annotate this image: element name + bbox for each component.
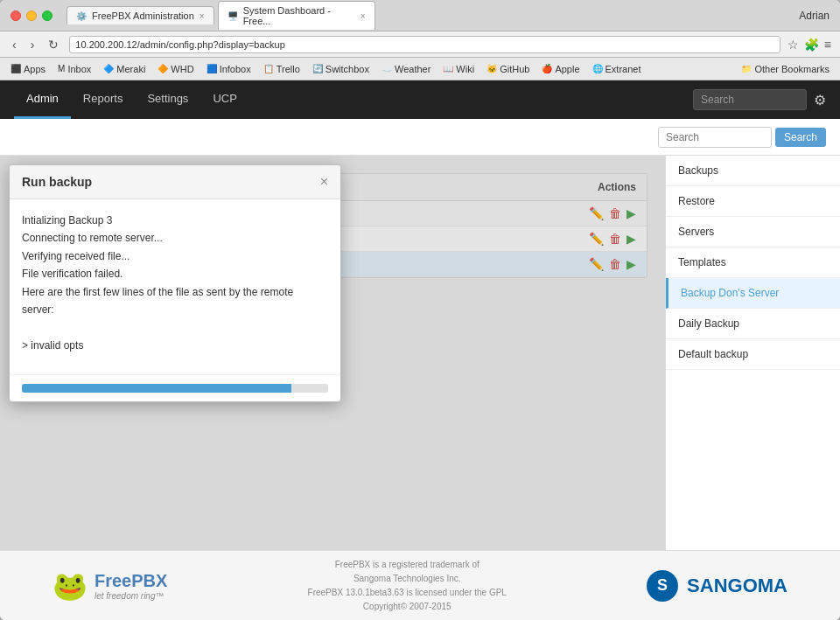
back-button[interactable]: ‹ xyxy=(9,36,20,53)
user-display: Adrian xyxy=(799,10,830,22)
sidebar-item-templates[interactable]: Templates xyxy=(666,247,840,278)
main-panel: Actions ✏️ 🗑 ▶ ✏️ 🗑 xyxy=(0,156,665,550)
bookmark-apple-label: Apple xyxy=(555,64,579,74)
sidebar-item-servers[interactable]: Servers xyxy=(666,217,840,247)
reload-button[interactable]: ↻ xyxy=(45,36,62,53)
bookmark-apple[interactable]: 🍎 Apple xyxy=(538,62,583,76)
copyright-line-3: FreePBX 13.0.1beta3.63 is licensed under… xyxy=(308,586,507,600)
bookmark-wiki[interactable]: 📖 Wiki xyxy=(439,62,478,76)
modal-close-button[interactable]: × xyxy=(320,174,328,190)
submenu-search-input[interactable] xyxy=(658,127,772,148)
sidebar-item-dons-server[interactable]: Backup Don's Server xyxy=(666,278,840,309)
title-bar: ⚙️ FreePBX Administration × 🖥️ System Da… xyxy=(0,0,840,31)
apps-bm-icon: ⬛ xyxy=(10,64,21,73)
switchbox-bm-icon: 🔄 xyxy=(312,64,323,73)
log-line-4: File verification failed. xyxy=(22,265,328,282)
bookmark-github-label: GitHub xyxy=(500,64,529,74)
traffic-lights xyxy=(10,10,52,21)
bookmark-weather[interactable]: ☁️ Weather xyxy=(378,62,434,76)
sidebar-item-daily[interactable]: Daily Backup xyxy=(666,309,840,339)
tab-favicon-1: ⚙️ xyxy=(76,11,87,21)
bookmark-apps[interactable]: ⬛ Apps xyxy=(7,62,49,76)
browser-tab-2[interactable]: 🖥️ System Dashboard - Free... × xyxy=(218,1,375,30)
nav-settings-label: Settings xyxy=(147,92,188,105)
settings-gear-icon[interactable]: ⚙ xyxy=(814,92,826,108)
nav-reports-label: Reports xyxy=(83,92,123,105)
bookmark-github[interactable]: 🐱 GitHub xyxy=(483,62,533,76)
tab-label-2: System Dashboard - Free... xyxy=(243,5,355,26)
forward-button[interactable]: › xyxy=(27,36,38,53)
frog-icon: 🐸 xyxy=(52,569,88,603)
page-content: Admin Reports Settings UCP ⚙ Search xyxy=(0,80,840,620)
trello-bm-icon: 📋 xyxy=(263,64,274,73)
bookmark-extranet[interactable]: 🌐 Extranet xyxy=(589,62,645,76)
github-bm-icon: 🐱 xyxy=(486,64,497,73)
copyright-line-4: Copyright© 2007-2015 xyxy=(308,600,507,614)
bookmarks-bar: ⬛ Apps M Inbox 🔷 Meraki 🔶 WHD 🟦 Infobox … xyxy=(0,58,840,80)
bookmark-inbox[interactable]: M Inbox xyxy=(54,62,94,76)
log-line-6 xyxy=(22,318,328,336)
sangoma-circle-icon: S xyxy=(647,570,678,602)
bookmark-meraki[interactable]: 🔷 Meraki xyxy=(100,62,149,76)
submenu-search-button[interactable]: Search xyxy=(775,128,826,147)
freepbx-logo-text: FreePBX xyxy=(94,571,167,591)
tab-favicon-2: 🖥️ xyxy=(228,11,238,21)
bookmark-other-label: Other Bookmarks xyxy=(754,64,830,74)
freepbx-nav: Admin Reports Settings UCP ⚙ xyxy=(0,80,840,119)
content-area: Actions ✏️ 🗑 ▶ ✏️ 🗑 xyxy=(0,156,840,550)
menu-icon[interactable]: ≡ xyxy=(824,38,831,52)
log-line-7: > invalid opts xyxy=(22,337,328,354)
bookmark-switchbox[interactable]: 🔄 Switchbox xyxy=(309,62,373,76)
inbox-bm-icon: M xyxy=(58,64,65,73)
sidebar-item-restore[interactable]: Restore xyxy=(666,186,840,217)
bookmark-apps-label: Apps xyxy=(24,64,46,74)
minimize-button[interactable] xyxy=(26,10,37,21)
sidebar-item-backups[interactable]: Backups xyxy=(666,156,840,186)
browser-tab-1[interactable]: ⚙️ FreePBX Administration × xyxy=(66,6,214,24)
tab-label-1: FreePBX Administration xyxy=(92,10,194,21)
sangoma-logo-area: S SANGOMA xyxy=(647,570,788,602)
bookmark-trello[interactable]: 📋 Trello xyxy=(260,62,304,76)
bookmark-star-icon[interactable]: ☆ xyxy=(788,38,799,52)
nav-item-ucp[interactable]: UCP xyxy=(200,80,248,119)
modal-footer xyxy=(10,374,340,401)
tab-close-2[interactable]: × xyxy=(360,11,366,21)
bookmark-trello-label: Trello xyxy=(276,64,300,74)
wiki-bm-icon: 📖 xyxy=(443,64,453,73)
modal-title: Run backup xyxy=(22,175,92,189)
footer: 🐸 FreePBX let freedom ring™ FreePBX is a… xyxy=(0,550,840,620)
bookmark-whd[interactable]: 🔶 WHD xyxy=(154,62,197,76)
infobox-bm-icon: 🟦 xyxy=(206,64,217,73)
tabs-bar: ⚙️ FreePBX Administration × 🖥️ System Da… xyxy=(66,1,792,30)
nav-admin-label: Admin xyxy=(26,92,59,105)
bookmark-other[interactable]: 📁 Other Bookmarks xyxy=(738,62,833,76)
apple-bm-icon: 🍎 xyxy=(542,64,552,73)
bookmark-infobox-label: Infobox xyxy=(220,64,251,74)
maximize-button[interactable] xyxy=(42,10,52,21)
copyright-line-2: Sangoma Technologies Inc. xyxy=(308,572,507,586)
copyright-line-1: FreePBX is a registered trademark of xyxy=(308,558,507,572)
bookmark-whd-label: WHD xyxy=(171,64,193,74)
address-bar[interactable]: 10.200.200.12/admin/config.php?display=b… xyxy=(69,36,780,53)
bookmark-extranet-label: Extranet xyxy=(606,64,641,74)
bookmark-meraki-label: Meraki xyxy=(116,64,145,74)
freepbx-tagline: let freedom ring™ xyxy=(94,591,167,601)
log-line-5: Here are the first few lines of the file… xyxy=(22,283,328,319)
bookmark-infobox[interactable]: 🟦 Infobox xyxy=(203,62,255,76)
whd-bm-icon: 🔶 xyxy=(158,64,168,73)
freepbx-logo: 🐸 FreePBX let freedom ring™ xyxy=(52,569,167,603)
submenu-bar: Search xyxy=(0,119,840,156)
nav-item-admin[interactable]: Admin xyxy=(14,80,71,119)
bookmark-inbox-label: Inbox xyxy=(67,64,91,74)
log-line-2: Connecting to remote server... xyxy=(22,229,328,247)
log-line-3: Verifying received file... xyxy=(22,247,328,265)
bookmark-weather-label: Weather xyxy=(395,64,430,74)
extension-icon[interactable]: 🧩 xyxy=(804,38,819,52)
sidebar: Backups Restore Servers Templates Backup… xyxy=(665,156,840,550)
nav-item-settings[interactable]: Settings xyxy=(135,80,200,119)
nav-search-input[interactable] xyxy=(693,89,807,110)
nav-item-reports[interactable]: Reports xyxy=(71,80,136,119)
close-button[interactable] xyxy=(10,10,21,21)
sidebar-item-default[interactable]: Default backup xyxy=(666,339,840,370)
tab-close-1[interactable]: × xyxy=(200,11,205,21)
